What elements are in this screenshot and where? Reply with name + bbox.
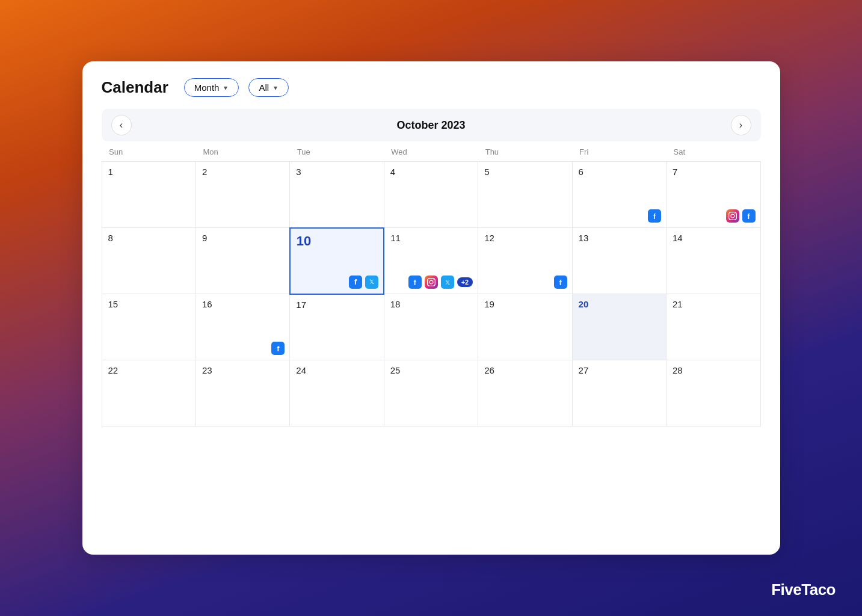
next-month-button[interactable]: › (731, 115, 751, 135)
day-number: 12 (484, 233, 494, 243)
calendar-day-24[interactable]: 24 (290, 360, 384, 427)
day-icons: f𝕏 (349, 276, 378, 289)
day-number: 26 (484, 365, 494, 375)
day-icons: f (648, 209, 661, 223)
day-number: 3 (296, 167, 301, 177)
chevron-down-icon: ▾ (224, 84, 227, 92)
calendar-day-10[interactable]: 10f𝕏 (290, 228, 384, 294)
calendar-day-27[interactable]: 27 (572, 360, 666, 427)
calendar-day-5[interactable]: 5 (478, 162, 572, 228)
calendar-day-6[interactable]: 6f (572, 162, 666, 228)
day-number: 25 (390, 365, 401, 375)
day-number: 21 (673, 299, 683, 309)
filter-dropdown-label: All (259, 82, 269, 93)
day-icons: f (726, 209, 756, 223)
facebook-icon: f (742, 209, 756, 223)
day-number: 6 (579, 167, 583, 177)
day-number: 10 (297, 233, 311, 248)
month-title: October 2023 (396, 119, 465, 132)
calendar-day-23[interactable]: 23 (195, 360, 289, 427)
calendar-day-12[interactable]: 12f (478, 228, 572, 294)
view-dropdown[interactable]: Month ▾ (184, 78, 239, 97)
day-number: 14 (673, 233, 683, 243)
weekday-thu: Thu (478, 141, 572, 162)
calendar-day-21[interactable]: 21 (667, 294, 760, 360)
calendar-day-22[interactable]: 22 (102, 360, 195, 427)
calendar-day-8[interactable]: 8 (102, 228, 195, 294)
calendar-day-16[interactable]: 16f (195, 294, 289, 360)
day-number: 19 (484, 299, 494, 309)
weekday-mon: Mon (195, 141, 289, 162)
calendar-day-18[interactable]: 18 (384, 294, 478, 360)
day-icons: f𝕏+2 (408, 276, 473, 289)
chevron-down-icon: ▾ (274, 84, 277, 92)
day-icons: f (554, 276, 567, 289)
weekday-fri: Fri (572, 141, 666, 162)
instagram-icon (425, 276, 438, 289)
view-dropdown-label: Month (194, 82, 220, 93)
facebook-icon: f (554, 276, 567, 289)
calendar-day-17[interactable]: 17 (290, 294, 384, 360)
calendar-day-13[interactable]: 13 (572, 228, 666, 294)
calendar-day-2[interactable]: 2 (195, 162, 289, 228)
calendar-day-11[interactable]: 11f𝕏+2 (384, 228, 478, 294)
day-number: 17 (296, 300, 306, 310)
filter-dropdown[interactable]: All ▾ (248, 78, 289, 97)
more-events-badge[interactable]: +2 (457, 277, 473, 287)
twitter-icon: 𝕏 (365, 276, 378, 289)
weekday-sat: Sat (667, 141, 760, 162)
facebook-icon: f (408, 276, 422, 289)
calendar-day-28[interactable]: 28 (667, 360, 760, 427)
twitter-icon: 𝕏 (441, 276, 454, 289)
weekday-tue: Tue (290, 141, 384, 162)
facebook-icon: f (349, 276, 362, 289)
calendar-day-4[interactable]: 4 (384, 162, 478, 228)
prev-month-button[interactable]: ‹ (111, 115, 132, 135)
day-number: 23 (202, 365, 212, 375)
facebook-icon: f (648, 209, 661, 223)
day-number: 15 (108, 299, 119, 309)
calendar-day-7[interactable]: 7f (667, 162, 760, 228)
day-number: 20 (579, 299, 589, 309)
day-number: 1 (108, 167, 113, 177)
day-number: 11 (390, 233, 401, 243)
calendar-grid: Sun Mon Tue Wed Thu Fri Sat 123456f7f891… (102, 141, 761, 427)
day-number: 24 (296, 365, 306, 375)
calendar-card: Calendar Month ▾ All ▾ ‹ October 2023 › … (82, 61, 780, 555)
day-number: 16 (202, 299, 212, 309)
calendar-day-9[interactable]: 9 (195, 228, 289, 294)
day-icons: f (271, 342, 285, 355)
calendar-day-15[interactable]: 15 (102, 294, 195, 360)
page-title: Calendar (102, 78, 168, 97)
day-number: 13 (579, 233, 589, 243)
calendar-day-14[interactable]: 14 (667, 228, 760, 294)
weekday-sun: Sun (102, 141, 195, 162)
instagram-icon (726, 209, 739, 223)
calendar-day-1[interactable]: 1 (102, 162, 195, 228)
header-row: Calendar Month ▾ All ▾ (102, 78, 761, 97)
calendar-nav: ‹ October 2023 › (102, 109, 761, 141)
day-number: 8 (108, 233, 113, 243)
day-number: 7 (673, 167, 677, 177)
day-number: 22 (108, 365, 119, 375)
day-number: 5 (484, 167, 489, 177)
facebook-icon: f (271, 342, 285, 355)
calendar-day-20[interactable]: 20 (572, 294, 666, 360)
brand-logo: FiveTaco (771, 581, 836, 599)
calendar-day-19[interactable]: 19 (478, 294, 572, 360)
day-number: 2 (202, 167, 207, 177)
weekday-wed: Wed (384, 141, 478, 162)
day-number: 28 (673, 365, 683, 375)
day-number: 9 (202, 233, 207, 243)
day-number: 27 (579, 365, 589, 375)
day-number: 18 (390, 299, 401, 309)
calendar-day-26[interactable]: 26 (478, 360, 572, 427)
calendar-day-25[interactable]: 25 (384, 360, 478, 427)
calendar-day-3[interactable]: 3 (290, 162, 384, 228)
day-number: 4 (390, 167, 395, 177)
